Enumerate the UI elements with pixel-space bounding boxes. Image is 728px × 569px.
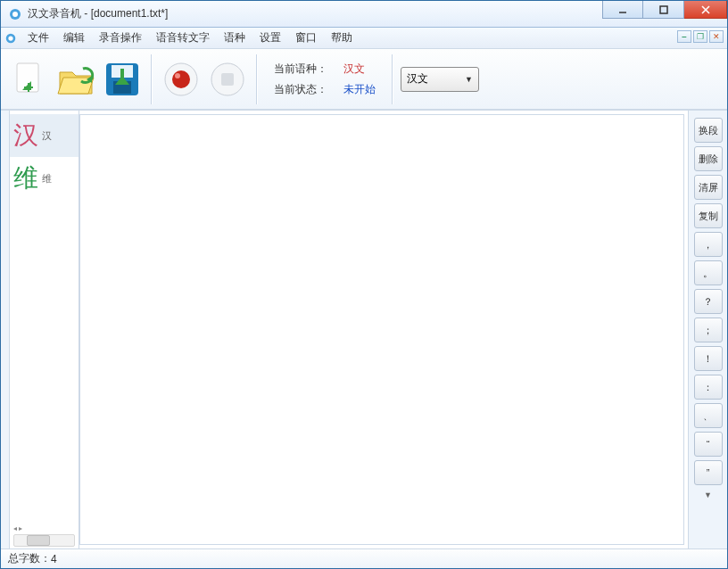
stop-button[interactable]: [206, 58, 249, 101]
rbtn-dun[interactable]: 、: [694, 403, 723, 428]
lang-tab-han[interactable]: 汉 汉: [10, 114, 79, 157]
current-state-value: 未开始: [343, 82, 376, 97]
main-area: 汉 汉 维 维 ◂▸ 换段 删除 清屏 复制 ， 。 ？ ； ！ ： 、 “ ”…: [1, 110, 727, 548]
open-folder-button[interactable]: [54, 58, 97, 101]
left-gutter: [1, 111, 10, 548]
right-toolbar: 换段 删除 清屏 复制 ， 。 ？ ； ！ ： 、 “ ” ▼: [688, 111, 727, 548]
scrollbar-thumb[interactable]: [27, 535, 50, 546]
mdi-minimize-button[interactable]: ‒: [677, 30, 691, 43]
chevron-down-icon: ▼: [465, 75, 473, 84]
lang-combo[interactable]: 汉文 ▼: [401, 67, 479, 92]
text-editor[interactable]: [79, 114, 684, 545]
rbtn-semicolon[interactable]: ；: [694, 317, 723, 342]
save-button[interactable]: [101, 58, 144, 101]
wordcount-label: 总字数：: [8, 551, 51, 566]
menu-help[interactable]: 帮助: [324, 28, 360, 48]
mdi-close-button[interactable]: ✕: [709, 30, 724, 43]
svg-rect-16: [120, 69, 124, 78]
menu-speech[interactable]: 语音转文字: [149, 28, 217, 48]
menu-lang[interactable]: 语种: [217, 28, 252, 48]
lang-panel: 汉 汉 维 维 ◂▸: [10, 111, 79, 548]
menu-bar: 文件 编辑 录音操作 语音转文字 语种 设置 窗口 帮助 ‒ ❐ ✕: [1, 28, 727, 49]
rbtn-rquote[interactable]: ”: [694, 460, 723, 485]
toolbar: 当前语种： 汉文 当前状态： 未开始 汉文 ▼: [1, 49, 727, 110]
app-icon: [8, 7, 22, 21]
wordcount-value: 4: [51, 553, 57, 565]
menu-record[interactable]: 录音操作: [92, 28, 149, 48]
rbtn-delete[interactable]: 删除: [694, 146, 723, 171]
svg-rect-21: [221, 73, 234, 86]
lang-tab-small: 汉: [42, 129, 52, 143]
window-title: 汉文录音机 - [document1.txt*]: [28, 6, 168, 21]
menu-file[interactable]: 文件: [21, 28, 56, 48]
lang-tab-big: 汉: [13, 119, 38, 153]
rbtn-question[interactable]: ？: [694, 289, 723, 314]
status-bar: 总字数： 4: [1, 548, 727, 568]
toolbar-separator-2: [256, 54, 258, 104]
svg-rect-10: [28, 83, 29, 92]
record-button[interactable]: [160, 58, 203, 101]
rbtn-newpara[interactable]: 换段: [694, 118, 723, 143]
lang-tab-wei[interactable]: 维 维: [10, 157, 79, 200]
status-block: 当前语种： 汉文 当前状态： 未开始: [265, 62, 385, 97]
lang-tab-big: 维: [13, 161, 38, 195]
lang-panel-scrollbar[interactable]: [13, 534, 75, 547]
rbtn-exclaim[interactable]: ！: [694, 346, 723, 371]
window-controls: [602, 1, 727, 19]
menu-icon: [4, 32, 17, 45]
minimize-button[interactable]: [602, 1, 643, 19]
panel-arrows: ◂▸: [13, 524, 22, 532]
menu-window[interactable]: 窗口: [288, 28, 324, 48]
current-lang-value: 汉文: [343, 62, 365, 77]
svg-point-7: [8, 36, 12, 40]
menu-edit[interactable]: 编辑: [56, 28, 92, 48]
window: 汉文录音机 - [document1.txt*] 文件 编辑 录音操作 语音转文…: [0, 0, 728, 569]
menu-settings[interactable]: 设置: [252, 28, 288, 48]
lang-tab-small: 维: [42, 172, 52, 186]
rbtn-copy[interactable]: 复制: [694, 203, 723, 228]
toolbar-separator-3: [392, 54, 393, 104]
rbtn-lquote[interactable]: “: [694, 432, 723, 457]
rbtn-clear[interactable]: 清屏: [694, 175, 723, 200]
close-button[interactable]: [684, 1, 727, 19]
mdi-controls: ‒ ❐ ✕: [677, 30, 724, 43]
toolbar-separator: [151, 54, 153, 104]
svg-point-18: [172, 70, 190, 88]
new-file-button[interactable]: [8, 58, 51, 101]
rbtn-colon[interactable]: ：: [694, 375, 723, 400]
overflow-down-icon[interactable]: ▼: [704, 491, 712, 499]
title-bar: 汉文录音机 - [document1.txt*]: [1, 1, 727, 28]
svg-point-19: [175, 73, 180, 78]
rbtn-comma[interactable]: ，: [694, 232, 723, 257]
rbtn-period[interactable]: 。: [694, 260, 723, 285]
current-state-label: 当前状态：: [274, 82, 327, 97]
maximize-button[interactable]: [643, 1, 684, 19]
svg-rect-3: [660, 6, 667, 13]
svg-point-1: [12, 12, 18, 17]
lang-combo-value: 汉文: [407, 71, 428, 87]
mdi-restore-button[interactable]: ❐: [693, 30, 707, 43]
current-lang-label: 当前语种：: [274, 62, 327, 77]
